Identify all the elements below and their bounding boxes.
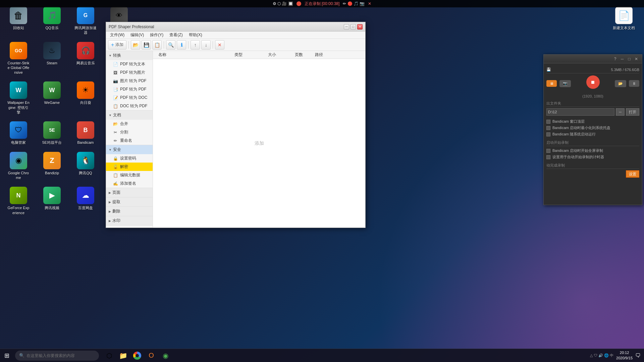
- toolbar-down-btn[interactable]: ↓: [201, 40, 211, 50]
- bc-checkbox-3[interactable]: [546, 132, 550, 136]
- tray-notification[interactable]: 🗨: [635, 353, 641, 359]
- bc-minimize-btn[interactable]: ─: [619, 56, 625, 62]
- pdf-close-btn[interactable]: ✕: [357, 24, 363, 29]
- pdf-maximize-btn[interactable]: □: [351, 24, 356, 29]
- bc-record-button[interactable]: ■: [586, 75, 600, 89]
- icon-tencent-video[interactable]: ▶ 腾讯视频: [39, 185, 65, 217]
- bc-auto-checkbox-2[interactable]: [546, 155, 550, 159]
- section-security-header[interactable]: ▼ 安全: [106, 145, 153, 154]
- bc-storage-label: 💾: [546, 67, 551, 72]
- menu-edit[interactable]: 编辑(V): [128, 32, 147, 39]
- rec-close-btn[interactable]: ✕: [368, 1, 371, 6]
- section-extract-header[interactable]: ▶ 提取: [106, 197, 153, 206]
- icon-recycle[interactable]: 🗑 回收站: [5, 5, 32, 37]
- taskbar-unknown-app[interactable]: ◉: [159, 349, 172, 362]
- section-pages-header[interactable]: ▶ 页面: [106, 188, 153, 197]
- icon-csgo[interactable]: GO Counter-Strike Global Offensive: [5, 40, 32, 77]
- item-edit-metadata[interactable]: 📋 编辑元数据: [106, 171, 153, 179]
- toolbar-folder-btn[interactable]: 📂: [131, 40, 140, 50]
- menu-help[interactable]: 帮助(X): [186, 32, 205, 39]
- icon-tencent-game[interactable]: G 腾讯网游加速器: [72, 5, 99, 37]
- icon-steam[interactable]: ♨ Steam: [39, 40, 65, 77]
- icon-nvidia[interactable]: N GeForce Experience: [5, 185, 32, 217]
- icon-pcmanager[interactable]: 🛡 电脑管家: [5, 120, 32, 146]
- icon-qqmusic[interactable]: 🎵 QQ音乐: [39, 5, 65, 37]
- menu-file[interactable]: 文件(W): [107, 32, 127, 39]
- taskbar-origin-app[interactable]: O: [145, 349, 158, 362]
- toolbar-search-btn[interactable]: 🔍: [166, 40, 175, 50]
- item-doc-to-pdf[interactable]: 📋 DOC 转为 PDF: [106, 102, 153, 110]
- item-add-signature[interactable]: ✍ 添加签名: [106, 179, 153, 188]
- item-decrypt[interactable]: 🔓 解密: [106, 163, 153, 171]
- toolbar-copy-btn[interactable]: 📋: [152, 40, 162, 50]
- icon-baidu[interactable]: ☁ 百度网盘: [72, 185, 99, 217]
- bc-path-input[interactable]: [546, 108, 614, 116]
- item-pdf-to-doc[interactable]: 📝 PDF 转为 DOC: [106, 94, 153, 102]
- toolbar-delete-btn[interactable]: ✕: [215, 40, 224, 50]
- bc-close-btn[interactable]: ✕: [633, 56, 639, 62]
- pdf-minimize-btn[interactable]: ─: [344, 24, 349, 29]
- item-set-password[interactable]: 🔒 设置密码: [106, 154, 153, 163]
- start-button[interactable]: ⊞: [0, 349, 13, 362]
- bc-finish-settings-btn[interactable]: 设置: [626, 170, 639, 178]
- watermark-label: 水印: [112, 218, 120, 224]
- icon-newfile[interactable]: 📄 新建文本文档: [610, 7, 637, 30]
- item-pdf-to-pdf[interactable]: 📑 PDF 转为 PDF: [106, 85, 153, 94]
- section-document-header[interactable]: ▼ 文档: [106, 111, 153, 120]
- bc-folder-btn[interactable]: 📂: [615, 80, 626, 87]
- icon-bandizip[interactable]: Z Bandizip: [39, 150, 65, 182]
- toolbar-info-btn[interactable]: ℹ: [177, 40, 186, 50]
- taskbar-search-box[interactable]: 🔍: [15, 351, 99, 361]
- taskbar-chrome-app[interactable]: [130, 349, 144, 362]
- bc-maximize-btn[interactable]: □: [626, 56, 632, 62]
- pdf-table-body[interactable]: 添加: [153, 59, 365, 228]
- bc-pause-btn[interactable]: ⏸: [629, 80, 639, 87]
- bc-path-browse-btn[interactable]: ─: [616, 108, 625, 116]
- taskbar-file-explorer[interactable]: 📁: [116, 349, 130, 362]
- section-watermark-header[interactable]: ▶ 水印: [106, 216, 153, 225]
- item-pdf-to-text[interactable]: 📄 PDF 转为文本: [106, 60, 153, 68]
- item-split[interactable]: ✂ 分割: [106, 128, 153, 136]
- bc-help-btn[interactable]: ?: [612, 56, 618, 62]
- bc-screenshot-btn[interactable]: 📷: [559, 80, 571, 87]
- toolbar-up-btn[interactable]: ↑: [191, 40, 200, 50]
- bc-mode-btn[interactable]: 🖥: [546, 80, 557, 87]
- item-merge[interactable]: 📂 合并: [106, 120, 153, 128]
- bc-option-2: Bandicam 启动时最小化到系统托盘: [546, 125, 639, 131]
- icon-wallpaper[interactable]: W Wallpaper Engine: 壁纸引擎: [5, 80, 32, 116]
- icon-bandicam[interactable]: B Bandicam: [72, 120, 99, 146]
- icon-qqim[interactable]: 🐧 腾讯QQ: [72, 150, 99, 182]
- icon-wegame[interactable]: W WeGame: [39, 80, 65, 116]
- section-convert-header[interactable]: ▼ 转换: [106, 51, 153, 60]
- item-img-to-pdf[interactable]: 📷 图片 转为 PDF: [106, 77, 153, 85]
- icon-5e[interactable]: 5E 5E对战平台: [39, 120, 65, 146]
- menu-operation[interactable]: 操作(Y): [147, 32, 166, 39]
- bc-option-1-label: Bandicam 窗口顶层: [552, 119, 585, 124]
- bandicam-label: Bandicam: [77, 140, 94, 145]
- baidu-label: 百度网盘: [78, 205, 93, 210]
- bc-auto-checkbox-1[interactable]: [546, 149, 550, 153]
- section-watermark: ▶ 水印: [106, 216, 153, 226]
- bc-open-folder-btn[interactable]: 打开: [626, 108, 639, 116]
- icon-xingri[interactable]: ☀ 向日葵: [72, 80, 99, 116]
- toolbar-save-btn[interactable]: 💾: [142, 40, 151, 50]
- item-rename[interactable]: ✏ 重命名: [106, 136, 153, 145]
- menu-view[interactable]: 查看(Z): [167, 32, 185, 39]
- toolbar-sep-1: [128, 41, 129, 49]
- edit-metadata-label: 编辑元数据: [120, 172, 140, 178]
- decrypt-label: 解密: [120, 164, 128, 170]
- search-input[interactable]: [26, 353, 95, 358]
- rename-label: 重命名: [120, 138, 132, 143]
- qqmusic-label: QQ音乐: [45, 25, 58, 30]
- bc-checkbox-2[interactable]: [546, 126, 550, 130]
- icon-chrome[interactable]: ◉ Google Chrome: [5, 150, 32, 182]
- bc-finish-title: 动完成录制: [546, 163, 639, 169]
- section-delete-header[interactable]: ▶ 删除: [106, 207, 153, 216]
- taskbar: ⊞ 🔍 ⬡ 📁 O ◉ △ 🛡 🔊 🌐 中 20:12 2020/9/15 🗨: [0, 349, 644, 362]
- bc-checkbox-1[interactable]: [546, 120, 550, 124]
- icon-netease[interactable]: 🎧 网易云音乐: [72, 40, 99, 77]
- toolbar-add-btn[interactable]: + 添加: [108, 40, 126, 50]
- pdf-text-icon: 📄: [113, 62, 118, 67]
- item-pdf-to-image[interactable]: 🖼 PDF 转为图片: [106, 68, 153, 77]
- taskbar-task-view[interactable]: ⬡: [102, 349, 116, 362]
